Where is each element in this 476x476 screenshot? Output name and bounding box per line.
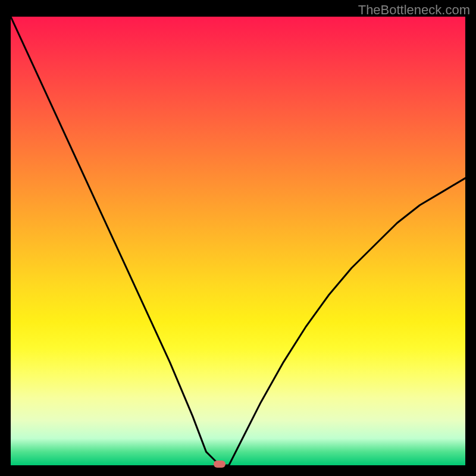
curve-path <box>11 17 465 465</box>
plot-area <box>11 17 465 465</box>
bottleneck-chart: TheBottleneck.com <box>0 0 476 476</box>
watermark-label: TheBottleneck.com <box>358 2 470 18</box>
bottleneck-curve <box>11 17 465 465</box>
optimal-marker <box>214 461 226 468</box>
